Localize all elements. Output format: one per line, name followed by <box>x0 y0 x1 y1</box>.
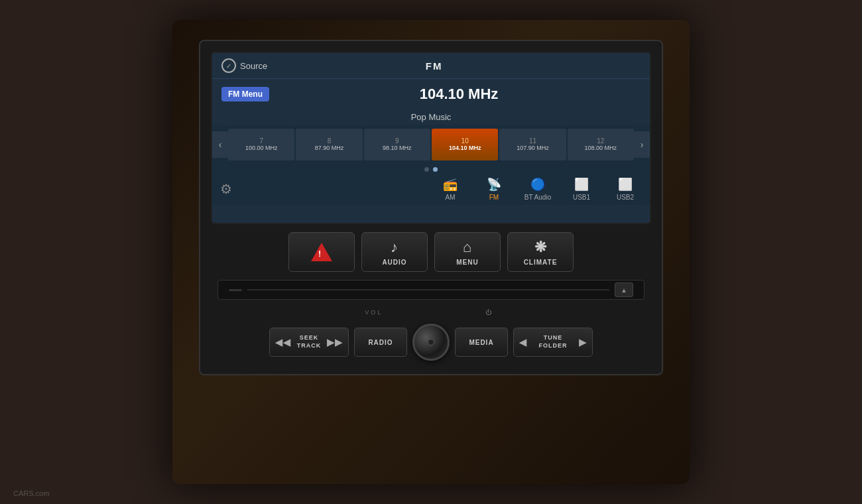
freq-slot-12[interactable]: 12 108.00 MHz <box>568 129 634 160</box>
freq-num-12: 12 <box>597 138 604 145</box>
seek-track-button[interactable]: ◀◀ SEEK TRACK ▶▶ <box>269 328 349 357</box>
settings-button[interactable]: ⚙ <box>220 181 232 197</box>
freq-hz-8: 87.90 MHz <box>315 145 344 152</box>
freq-num-8: 8 <box>328 138 332 145</box>
freq-prev-button[interactable]: ‹ <box>212 131 228 158</box>
tune-next-icon: ▶ <box>579 337 587 347</box>
fm-icon: 📡 <box>487 177 501 192</box>
fm-frequency-display: 104.10 MHz <box>277 86 641 103</box>
source-usb1-btn[interactable]: ⬜ USB1 <box>565 177 598 201</box>
seek-line1: SEEK <box>300 334 319 342</box>
freq-dot-2 <box>433 167 438 172</box>
cd-slot-line <box>247 289 609 290</box>
vol-label-row: VOL ⏻ <box>211 308 651 316</box>
freq-slot-8[interactable]: 8 87.90 MHz <box>296 129 362 160</box>
media-label: MEDIA <box>469 339 493 346</box>
seek-line2: TRACK <box>297 342 322 350</box>
tune-prev-icon: ◀ <box>519 337 527 347</box>
volume-knob-inner <box>428 339 434 346</box>
power-label: ⏻ <box>437 309 540 316</box>
tune-folder-button[interactable]: ◀ TUNE FOLDER ▶ <box>513 328 593 357</box>
radio-button[interactable]: RADIO <box>354 328 407 357</box>
cd-insert-left <box>229 289 242 291</box>
freq-num-7: 7 <box>259 138 263 145</box>
frequency-slots: 7 100.00 MHz 8 87.90 MHz 9 98.10 MHz 10 … <box>228 129 634 160</box>
seek-track-label: SEEK TRACK <box>291 334 327 349</box>
cd-slot: ▲ <box>217 280 645 300</box>
climate-button[interactable]: ❋ CLIMATE <box>507 232 574 272</box>
freq-num-10: 10 <box>462 138 469 145</box>
audio-button[interactable]: ♪ AUDIO <box>361 232 428 272</box>
media-button[interactable]: MEDIA <box>455 328 508 357</box>
radio-label: RADIO <box>368 339 393 346</box>
cd-eject-button[interactable]: ▲ <box>615 283 633 297</box>
tune-line2: FOLDER <box>539 342 568 350</box>
source-bt-btn[interactable]: 🔵 BT Audio <box>521 177 554 201</box>
main-control-buttons: ♪ AUDIO ⌂ MENU ❋ CLIMATE <box>211 232 651 272</box>
source-fm-btn[interactable]: 📡 FM <box>477 177 511 201</box>
screen-fm-title: FM <box>426 60 443 72</box>
usb2-icon: ⬜ <box>618 177 633 192</box>
bluetooth-icon: 🔵 <box>530 177 545 192</box>
freq-slot-10[interactable]: 10 104.10 MHz <box>432 129 498 160</box>
frequency-bar: ‹ 7 100.00 MHz 8 87.90 MHz 9 98.10 MHz <box>212 125 650 164</box>
menu-button[interactable]: ⌂ MENU <box>434 232 501 272</box>
freq-slot-7[interactable]: 7 100.00 MHz <box>228 129 294 160</box>
source-text: Source <box>240 61 267 71</box>
source-am-btn[interactable]: 📻 AM <box>434 177 467 201</box>
source-usb2-btn[interactable]: ⬜ USB2 <box>609 177 642 201</box>
screen-header: ✓ Source FM <box>212 53 650 79</box>
freq-num-11: 11 <box>529 138 536 145</box>
usb2-label: USB2 <box>617 194 634 201</box>
hazard-button[interactable] <box>288 232 355 272</box>
freq-slot-11[interactable]: 11 107.90 MHz <box>499 129 566 160</box>
climate-label: CLIMATE <box>524 259 558 266</box>
fm-label: FM <box>489 194 499 201</box>
usb1-icon: ⬜ <box>574 177 589 192</box>
seek-next-icon: ▶▶ <box>327 337 343 347</box>
freq-next-button[interactable]: › <box>634 131 650 158</box>
menu-icon: ⌂ <box>463 239 472 256</box>
main-unit: ✓ Source FM FM Menu 104.10 MHz Pop Music… <box>199 40 663 375</box>
freq-hz-7: 100.00 MHz <box>245 145 278 152</box>
fm-info-row: FM Menu 104.10 MHz <box>212 79 650 109</box>
tune-folder-label: TUNE FOLDER <box>527 334 579 349</box>
am-label: AM <box>446 194 456 201</box>
volume-knob[interactable] <box>412 324 450 361</box>
fm-menu-button[interactable]: FM Menu <box>221 87 269 101</box>
source-checkmark-icon: ✓ <box>221 58 236 73</box>
freq-hz-12: 108.00 MHz <box>585 145 617 152</box>
infotainment-screen: ✓ Source FM FM Menu 104.10 MHz Pop Music… <box>211 52 651 224</box>
menu-label: MENU <box>456 259 478 266</box>
climate-icon: ❋ <box>534 239 547 256</box>
freq-num-9: 9 <box>395 138 399 145</box>
station-name: Pop Music <box>212 109 650 125</box>
am-icon: 📻 <box>443 177 458 192</box>
seek-prev-icon: ◀◀ <box>275 337 291 347</box>
tune-line1: TUNE <box>544 334 563 342</box>
hazard-triangle <box>311 243 332 261</box>
watermark: CARS.com <box>13 489 49 497</box>
source-buttons-row: ⚙ 📻 AM 📡 FM 🔵 BT Audio ⬜ USB1 <box>212 173 650 205</box>
hazard-icon <box>311 241 332 263</box>
audio-label: AUDIO <box>382 259 406 266</box>
bt-label: BT Audio <box>524 194 551 201</box>
freq-dot-1 <box>424 167 429 172</box>
eject-icon: ▲ <box>621 286 627 294</box>
bottom-controls-row: ◀◀ SEEK TRACK ▶▶ RADIO MEDIA ◀ <box>211 324 651 363</box>
audio-icon: ♪ <box>391 239 399 256</box>
freq-hz-9: 98.10 MHz <box>383 145 412 152</box>
freq-pagination-dots <box>212 164 650 173</box>
source-label: ✓ Source <box>221 58 267 73</box>
usb1-label: USB1 <box>573 194 590 201</box>
freq-hz-10: 104.10 MHz <box>449 145 481 152</box>
vol-label: VOL <box>323 309 426 316</box>
freq-hz-11: 107.90 MHz <box>517 145 549 152</box>
freq-slot-9[interactable]: 9 98.10 MHz <box>364 129 430 160</box>
car-panel: ✓ Source FM FM Menu 104.10 MHz Pop Music… <box>172 20 690 484</box>
